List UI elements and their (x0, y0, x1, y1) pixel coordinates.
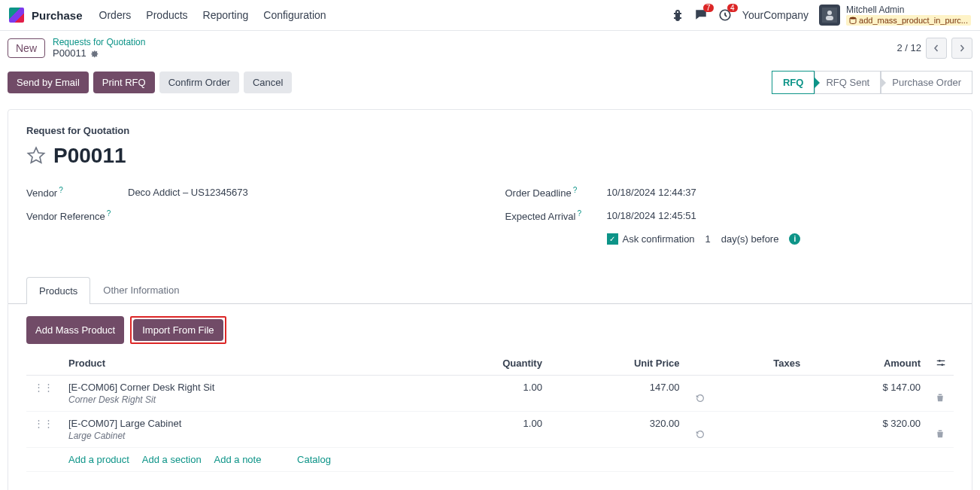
order-lines-table: Product Quantity Unit Price Taxes Amount (26, 352, 954, 490)
activities-icon[interactable]: 4 (718, 8, 732, 22)
th-amount: Amount (808, 352, 928, 376)
company-name[interactable]: YourCompany (742, 9, 809, 21)
print-rfq-button[interactable]: Print RFQ (93, 72, 155, 93)
cell-product-desc: Corner Desk Right Sit (68, 394, 418, 405)
nav-reporting[interactable]: Reporting (203, 9, 249, 21)
cell-taxes[interactable] (713, 411, 809, 447)
confirm-order-button[interactable]: Confirm Order (159, 72, 239, 93)
chevron-left-icon (933, 44, 940, 52)
cell-price[interactable]: 320.00 (550, 411, 687, 447)
add-section-link[interactable]: Add a section (142, 454, 202, 465)
cell-qty[interactable]: 1.00 (426, 375, 550, 411)
action-row: Send by Email Print RFQ Confirm Order Ca… (8, 65, 972, 100)
label-expected: Expected Arrival? (505, 209, 607, 222)
tabs: Products Other Information (8, 276, 972, 304)
nav-orders[interactable]: Orders (99, 9, 132, 21)
file-tag[interactable]: add_mass_product_in_purc... (846, 15, 971, 26)
status-rfq-sent[interactable]: RFQ Sent (815, 71, 881, 94)
column-settings-icon[interactable] (936, 358, 946, 368)
user-menu[interactable]: Mitchell Admin add_mass_product_in_purc.… (819, 5, 971, 26)
drag-handle-icon[interactable]: ⋮⋮ (34, 418, 53, 429)
gear-icon[interactable] (90, 49, 99, 58)
table-row[interactable]: ⋮⋮ [E-COM07] Large Cabinet Large Cabinet… (26, 411, 954, 447)
cancel-button[interactable]: Cancel (244, 72, 292, 93)
cell-amount: $ 147.00 (808, 375, 928, 411)
svg-point-5 (939, 360, 941, 362)
table-row[interactable]: ⋮⋮ [E-COM06] Corner Desk Right Sit Corne… (26, 375, 954, 411)
app-name[interactable]: Purchase (32, 9, 83, 22)
value-deadline[interactable]: 10/18/2024 12:44:37 (607, 187, 696, 198)
breadcrumb-row: New Requests for Quotation P00011 2 / 12 (0, 31, 980, 65)
cell-price[interactable]: 147.00 (550, 375, 687, 411)
document-title: P00011 (53, 144, 126, 168)
breadcrumb-parent[interactable]: Requests for Quotation (53, 37, 145, 47)
cell-product-desc: Large Cabinet (68, 431, 418, 441)
label-vendor: Vendor? (26, 186, 128, 199)
status-bar: RFQ RFQ Sent Purchase Order (772, 71, 972, 94)
section-label: Request for Quotation (26, 125, 954, 136)
pager-prev[interactable] (926, 38, 947, 59)
help-icon[interactable]: ? (573, 186, 578, 194)
catalog-link[interactable]: Catalog (297, 454, 331, 465)
send-email-button[interactable]: Send by Email (8, 72, 89, 93)
trash-icon[interactable] (936, 429, 946, 438)
new-button[interactable]: New (8, 38, 45, 58)
info-icon[interactable]: i (789, 233, 800, 245)
import-from-file-button[interactable]: Import From File (133, 319, 223, 341)
help-icon[interactable]: ? (59, 186, 63, 194)
add-note-link[interactable]: Add a note (214, 454, 262, 465)
cell-qty[interactable]: 1.00 (426, 411, 550, 447)
breadcrumb-current: P00011 (53, 47, 145, 59)
revert-icon[interactable] (695, 429, 705, 440)
help-icon[interactable]: ? (577, 209, 581, 218)
database-icon (849, 17, 857, 24)
avatar (819, 5, 840, 26)
nav-configuration[interactable]: Configuration (263, 9, 326, 21)
app-logo[interactable] (9, 8, 24, 23)
cell-taxes[interactable] (713, 375, 809, 411)
th-taxes: Taxes (713, 352, 809, 376)
add-product-link[interactable]: Add a product (68, 454, 129, 465)
trash-icon[interactable] (936, 393, 946, 402)
cell-amount: $ 320.00 (808, 411, 928, 447)
form-sheet: Request for Quotation P00011 Vendor? Dec… (8, 109, 972, 490)
add-row: Add a product Add a section Add a note C… (26, 447, 954, 471)
activities-badge: 4 (727, 4, 738, 12)
label-ask-confirmation: Ask confirmation (623, 233, 695, 245)
help-icon[interactable]: ? (107, 209, 111, 218)
svg-rect-3 (826, 16, 833, 20)
value-vendor[interactable]: Deco Addict – US12345673 (128, 187, 248, 198)
revert-icon[interactable] (695, 393, 705, 403)
value-confirm-days[interactable]: 1 (705, 233, 711, 245)
status-purchase-order[interactable]: Purchase Order (881, 71, 972, 94)
tab-other-information[interactable]: Other Information (90, 276, 192, 303)
cell-product-name: [E-COM06] Corner Desk Right Sit (68, 382, 418, 393)
svg-point-4 (850, 17, 856, 20)
pager-text: 2 / 12 (897, 42, 921, 53)
cell-product-name: [E-COM07] Large Cabinet (68, 418, 418, 429)
label-days-before: day(s) before (721, 233, 779, 245)
topbar: Purchase Orders Products Reporting Confi… (0, 0, 980, 31)
th-quantity: Quantity (426, 352, 550, 376)
checkbox-ask-confirmation[interactable]: ✓ (607, 233, 618, 245)
status-rfq[interactable]: RFQ (772, 71, 815, 94)
debug-icon[interactable] (672, 9, 684, 21)
value-expected[interactable]: 10/18/2024 12:45:51 (607, 210, 696, 221)
svg-point-6 (941, 364, 943, 366)
label-deadline: Order Deadline? (505, 186, 607, 199)
add-mass-product-button[interactable]: Add Mass Product (26, 316, 124, 344)
nav-products[interactable]: Products (146, 9, 187, 21)
th-unit-price: Unit Price (550, 352, 687, 376)
star-icon[interactable] (26, 146, 46, 166)
svg-point-2 (827, 11, 832, 15)
chevron-right-icon (958, 44, 966, 52)
label-vendor-ref: Vendor Reference? (26, 209, 128, 222)
messaging-icon[interactable]: 7 (694, 8, 708, 22)
highlight-box: Import From File (130, 316, 226, 344)
user-name-label: Mitchell Admin (846, 5, 971, 15)
pager-next[interactable] (951, 38, 972, 59)
messaging-badge: 7 (703, 4, 714, 12)
drag-handle-icon[interactable]: ⋮⋮ (34, 382, 53, 393)
tab-products[interactable]: Products (26, 277, 90, 304)
th-product: Product (61, 352, 426, 376)
